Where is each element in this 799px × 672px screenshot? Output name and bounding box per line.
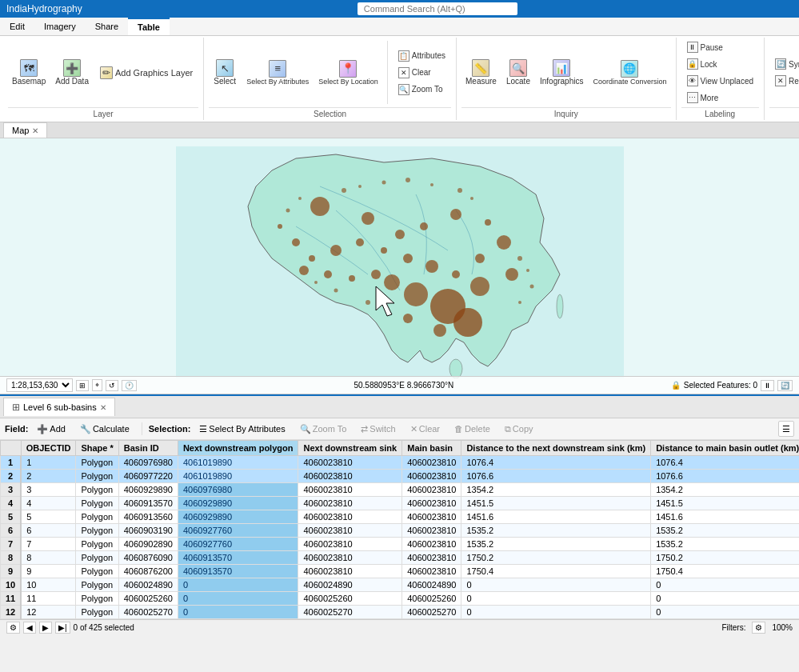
table-row[interactable]: 33Polygon4060929890406097698040600238104… <box>1 483 800 497</box>
switch-icon: ⇄ <box>361 424 368 434</box>
select-by-attrs-button[interactable]: ☰ Select By Attributes <box>194 422 290 437</box>
map-tab[interactable]: Map ✕ <box>3 122 47 138</box>
select-by-location-button[interactable]: 📍 Select By Location <box>314 58 382 88</box>
table-clear-icon: ✕ <box>410 424 417 434</box>
add-field-button[interactable]: ➕ Add <box>31 422 71 437</box>
header-next-sink[interactable]: Next downstream sink <box>298 441 402 456</box>
header-dist-sink[interactable]: Distance to the next downstream sink (km… <box>461 441 651 456</box>
table-cell: 1451.5 <box>461 497 651 510</box>
locate-button[interactable]: 🔍 Locate <box>502 57 534 88</box>
last-page-button[interactable]: ▶| <box>55 622 70 634</box>
pause-map-button[interactable]: ⏸ <box>761 380 774 391</box>
coordinate-button[interactable]: 🌐 Coordinate Conversion <box>589 58 670 88</box>
graphics-icon: ✏ <box>100 66 113 79</box>
table-row[interactable]: 88Polygon4060876090406091357040600238104… <box>1 551 800 565</box>
tab-edit[interactable]: Edit <box>0 18 34 35</box>
svg-point-43 <box>529 285 533 289</box>
table-cell: Polygon <box>76 470 118 483</box>
filter-options-button[interactable]: ⚙ <box>752 622 765 634</box>
command-search[interactable] <box>358 2 517 15</box>
table-cell: 1535.2 <box>651 524 799 538</box>
table-row[interactable]: 99Polygon4060876200406091357040600238104… <box>1 565 800 578</box>
calculate-button[interactable]: 🔧 Calculate <box>74 422 135 437</box>
pause-button[interactable]: ⏸ Pause <box>681 39 760 55</box>
table-row[interactable]: 55Polygon4060913560406092989040600238104… <box>1 510 800 524</box>
header-dist-basin[interactable]: Distance to main basin outlet (km) <box>651 441 799 456</box>
table-row[interactable]: 1010Polygon40600248900406002489040600248… <box>1 578 800 592</box>
data-table-container[interactable]: OBJECTID Shape * Basin ID Next downstrea… <box>0 440 799 619</box>
table-menu-button[interactable]: ☰ <box>778 421 794 437</box>
table-cell: 0 <box>178 606 298 619</box>
table-cell: 1076.4 <box>461 456 651 470</box>
table-row[interactable]: 11Polygon4060976980406101989040600238104… <box>1 456 800 470</box>
select-button[interactable]: ↖ Select <box>209 57 241 88</box>
table-settings-button[interactable]: ⚙ <box>6 622 20 634</box>
header-main-basin[interactable]: Main basin <box>402 441 461 456</box>
remove-icon: ✕ <box>775 75 786 86</box>
table-cell: 4060023810 <box>402 470 461 483</box>
more-labeling-button[interactable]: ⋯ More <box>681 90 760 106</box>
header-objectid[interactable]: OBJECTID <box>21 441 76 456</box>
svg-point-24 <box>505 268 518 281</box>
svg-point-30 <box>433 324 446 337</box>
table-zoom-icon: 🔍 <box>300 424 311 434</box>
table-tab-bar: ⊞ Level 6 sub-basins ✕ <box>0 396 799 418</box>
clear-selection-button[interactable]: ✕ Clear <box>393 65 451 81</box>
table-cell: Polygon <box>76 510 118 524</box>
map-area[interactable]: 1:28,153,630 ⊞ ⌖ ↺ 🕐 50.5880953°E 8.9666… <box>0 138 799 394</box>
table-cell: 4060023810 <box>298 497 402 510</box>
view-unplaced-button[interactable]: 👁 View Unplaced <box>681 73 760 89</box>
svg-point-7 <box>450 209 461 220</box>
header-shape[interactable]: Shape * <box>76 441 118 456</box>
tab-imagery[interactable]: Imagery <box>34 18 86 35</box>
tab-share[interactable]: Share <box>86 18 128 35</box>
table-tab-close[interactable]: ✕ <box>100 403 106 412</box>
add-icon: ➕ <box>37 424 48 434</box>
zoom-to-button[interactable]: 🔍 Zoom To <box>393 82 451 98</box>
table-cell: 4060023810 <box>402 456 461 470</box>
rotate-button[interactable]: ↺ <box>106 380 118 391</box>
basemap-button[interactable]: 🗺 Basemap <box>8 57 50 88</box>
nav-tools-button[interactable]: ⊞ <box>76 380 89 391</box>
next-page-button[interactable]: ▶ <box>39 622 52 634</box>
header-next-poly[interactable]: Next downstream polygon <box>178 441 298 456</box>
add-graphics-layer-button[interactable]: ✏ Add Graphics Layer <box>94 64 198 82</box>
svg-point-45 <box>366 300 370 305</box>
clear-icon: ✕ <box>398 67 409 78</box>
table-cell: 4060977220 <box>118 470 178 483</box>
table-row[interactable]: 22Polygon4060977220406101989040600238104… <box>1 470 800 483</box>
scale-select[interactable]: 1:28,153,630 <box>6 378 73 392</box>
table-row[interactable]: 1111Polygon40600252600406002526040600252… <box>1 592 800 606</box>
bookmarks-button[interactable]: ⌖ <box>92 379 102 391</box>
table-tab-level6[interactable]: ⊞ Level 6 sub-basins ✕ <box>3 398 115 416</box>
svg-point-37 <box>457 188 462 193</box>
tab-table[interactable]: Table <box>128 18 170 35</box>
svg-point-2 <box>557 294 563 318</box>
time-button[interactable]: 🕐 <box>122 380 137 391</box>
prev-page-button[interactable]: ◀ <box>23 622 36 634</box>
row-number: 2 <box>1 470 22 483</box>
header-basin-id[interactable]: Basin ID <box>118 441 178 456</box>
table-row[interactable]: 66Polygon4060903190406092776040600238104… <box>1 524 800 538</box>
refresh-map-button[interactable]: 🔄 <box>777 380 793 391</box>
table-cell: 0 <box>178 578 298 592</box>
table-row[interactable]: 1212Polygon40600252700406002527040600252… <box>1 606 800 619</box>
select-by-attributes-button[interactable]: ≡ Select By Attributes <box>242 58 313 88</box>
map-tab-label: Map <box>12 126 29 135</box>
attributes-button[interactable]: 📋 Attributes <box>393 48 451 64</box>
table-cell: 4060023810 <box>298 483 402 497</box>
map-tab-close[interactable]: ✕ <box>32 126 38 135</box>
infographics-button[interactable]: 📊 Infographics <box>536 57 587 88</box>
remove-button[interactable]: ✕ Remove <box>769 73 799 89</box>
table-row[interactable]: 77Polygon4060902890406092776040600238104… <box>1 538 800 551</box>
table-cell: 4060023810 <box>298 470 402 483</box>
measure-icon: 📏 <box>472 59 489 77</box>
table-cell: Polygon <box>76 497 118 510</box>
lock-button[interactable]: 🔒 Lock <box>681 56 760 72</box>
calculate-icon: 🔧 <box>80 424 91 434</box>
add-data-button[interactable]: ➕ Add Data <box>51 57 93 88</box>
table-cell: 12 <box>21 606 76 619</box>
table-row[interactable]: 44Polygon4060913570406092989040600238104… <box>1 497 800 510</box>
sync-button[interactable]: 🔄 Sync <box>769 56 799 72</box>
measure-button[interactable]: 📏 Measure <box>461 57 501 88</box>
